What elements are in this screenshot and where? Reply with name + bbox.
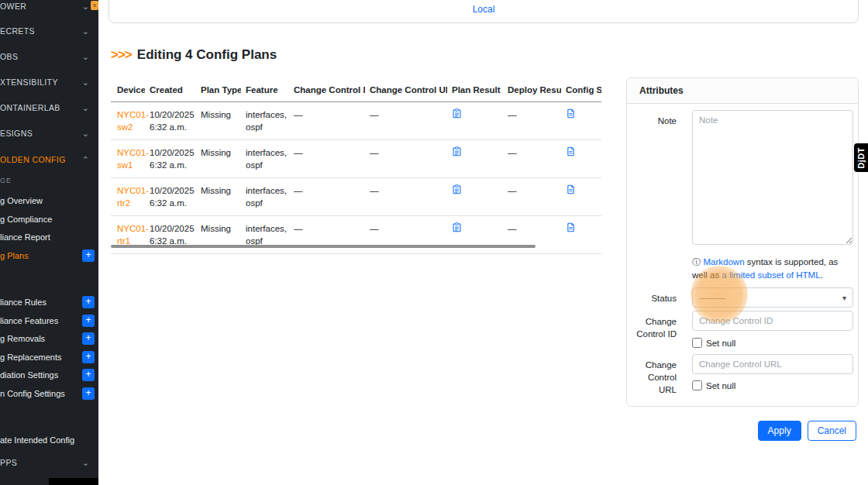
sidebar-item-generate-intended-config[interactable]: ate Intended Config (0, 432, 98, 449)
info-icon: ⓘ (692, 257, 701, 267)
add-remediation-setting-button[interactable]: + (82, 369, 95, 381)
change-control-id-input[interactable] (692, 311, 853, 331)
screen: OWER ⌄ ECRETS ⌄ OBS ⌄ XTENSIBILITY ⌄ ONT… (0, 0, 868, 485)
table-header-row: Device Created Plan Type Feature Change … (111, 77, 601, 102)
change-control-url-set-null-checkbox[interactable] (692, 380, 702, 390)
deploy-result-cell: — (503, 140, 561, 178)
cancel-button[interactable]: Cancel (808, 421, 856, 441)
change-control-id-cell: — (289, 216, 365, 254)
markdown-link[interactable]: Markdown (704, 257, 745, 267)
status-select[interactable]: --------- ▾ (692, 287, 853, 308)
sidebar-item-golden-config[interactable]: OLDEN CONFIG ⌃ (0, 148, 98, 171)
sidebar-item-jobs[interactable]: OBS ⌄ (0, 45, 98, 68)
add-compliance-rule-button[interactable]: + (82, 296, 95, 308)
table-row: NYC01-rtr1 10/20/2025 6:32 a.m. Missing … (111, 216, 601, 254)
sidebar-item-compliance-features[interactable]: liance Features + (0, 312, 98, 329)
sidebar-item-power[interactable]: OWER ⌄ (0, 0, 98, 18)
html-subset-link[interactable]: a limited subset of HTML (722, 270, 820, 280)
plan-type-cell: Missing (196, 216, 241, 254)
created-cell: 10/20/2025 6:32 a.m. (145, 140, 196, 178)
feature-cell: interfaces, ospf (241, 140, 289, 178)
sidebar-item-golden-config-settings[interactable]: n Config Settings + (0, 385, 98, 402)
col-feature: Feature (241, 77, 289, 102)
add-config-plan-button[interactable]: + (82, 249, 95, 262)
feature-cell: interfaces, ospf (241, 178, 289, 216)
notification-badge: x (91, 1, 98, 10)
plan-type-cell: Missing (196, 102, 241, 140)
form-actions: Apply Cancel (758, 421, 856, 441)
sidebar-item-compliance-rules[interactable]: liance Rules + (0, 294, 98, 311)
plan-type-cell: Missing (196, 178, 241, 216)
sidebar-item-config-replacements[interactable]: g Replacements + (0, 349, 98, 366)
add-golden-config-setting-button[interactable]: + (82, 387, 95, 400)
created-cell: 10/20/2025 6:32 a.m. (145, 102, 196, 140)
change-control-id-cell: — (289, 140, 365, 178)
markdown-help-text: ⓘMarkdown syntax is supported, as well a… (692, 256, 853, 281)
sidebar-item-apps[interactable]: PPS ⌄ (0, 451, 98, 474)
horizontal-scrollbar[interactable] (111, 245, 536, 248)
table-row: NYC01-sw1 10/20/2025 6:32 a.m. Missing i… (111, 140, 601, 178)
chevron-down-icon: ⌄ (82, 2, 89, 10)
created-cell: 10/20/2025 6:32 a.m. (145, 216, 196, 254)
feature-cell: interfaces, ospf (241, 102, 289, 140)
set-null-label: Set null (706, 381, 735, 390)
change-control-url-cell: — (365, 140, 447, 178)
note-label: Note (635, 110, 677, 127)
config-set-icon[interactable] (566, 184, 576, 198)
col-config-set: Config Set (561, 77, 601, 102)
config-set-icon[interactable] (566, 146, 576, 160)
change-control-id-set-null-checkbox[interactable] (692, 338, 702, 348)
device-link[interactable]: NYC01-rtr1 (117, 224, 149, 246)
plan-result-icon[interactable] (452, 108, 462, 122)
banner-local-link[interactable]: Local (109, 4, 858, 15)
deploy-result-cell: — (503, 216, 561, 254)
bottom-overlay (49, 478, 98, 485)
table-row: NYC01-sw2 10/20/2025 6:32 a.m. Missing i… (111, 102, 601, 140)
sidebar-item-config-removals[interactable]: g Removals + (0, 330, 98, 347)
feature-cell: interfaces, ospf (241, 216, 289, 254)
sidebar-item-designs[interactable]: ESIGNS ⌄ (0, 122, 98, 145)
attributes-panel: Attributes Note ⓘMarkdown syntax is supp… (626, 77, 859, 407)
sidebar-item-secrets[interactable]: ECRETS ⌄ (0, 19, 98, 43)
apply-button[interactable]: Apply (758, 421, 801, 441)
config-set-icon[interactable] (566, 108, 576, 122)
plan-result-icon[interactable] (452, 222, 462, 236)
note-textarea[interactable] (692, 110, 853, 245)
sidebar-item-compliance-report[interactable]: liance Report (0, 229, 98, 246)
plan-type-cell: Missing (196, 140, 241, 178)
sidebar-item-config-overview[interactable]: g Overview (0, 192, 98, 209)
chevron-down-icon: ⌄ (82, 104, 89, 112)
device-link[interactable]: NYC01-sw1 (117, 148, 149, 170)
change-control-url-label: Change Control URL (635, 354, 677, 396)
chevron-down-icon: ⌄ (82, 129, 89, 137)
deploy-result-cell: — (503, 102, 561, 140)
attributes-title: Attributes (639, 85, 684, 96)
add-config-replacement-button[interactable]: + (82, 351, 95, 363)
plan-result-icon[interactable] (452, 146, 462, 160)
device-link[interactable]: NYC01-sw2 (117, 110, 149, 132)
plan-result-icon[interactable] (452, 184, 462, 198)
config-set-icon[interactable] (566, 222, 576, 236)
created-cell: 10/20/2025 6:32 a.m. (145, 178, 196, 216)
device-link[interactable]: NYC01-rtr2 (117, 186, 149, 208)
sidebar-item-containerlab[interactable]: ONTAINERLAB ⌄ (0, 96, 98, 119)
add-compliance-feature-button[interactable]: + (82, 315, 95, 327)
change-control-url-input[interactable] (692, 354, 853, 374)
sidebar-item-extensibility[interactable]: XTENSIBILITY ⌄ (0, 71, 98, 94)
page-title: >>>Editing 4 Config Plans (111, 47, 277, 63)
change-control-id-cell: — (289, 178, 365, 216)
chevron-down-icon: ⌄ (82, 78, 89, 86)
top-banner: Local (108, 0, 859, 23)
django-debug-toolbar-handle[interactable]: DjDT (854, 143, 868, 172)
col-created: Created (145, 77, 196, 102)
col-device: Device (111, 77, 145, 102)
sidebar-item-config-compliance[interactable]: g Compliance (0, 211, 98, 228)
sidebar-item-remediation-settings[interactable]: diation Settings + (0, 366, 98, 384)
sidebar-item-config-plans[interactable]: g Plans + (0, 247, 98, 264)
chevron-down-icon: ⌄ (82, 459, 89, 466)
chevron-down-icon: ⌄ (82, 53, 89, 60)
col-change-control-url: Change Control URL (365, 77, 447, 102)
chevron-down-icon: ⌄ (82, 27, 89, 35)
add-config-removal-button[interactable]: + (82, 332, 95, 345)
status-select-value: --------- (699, 293, 725, 302)
